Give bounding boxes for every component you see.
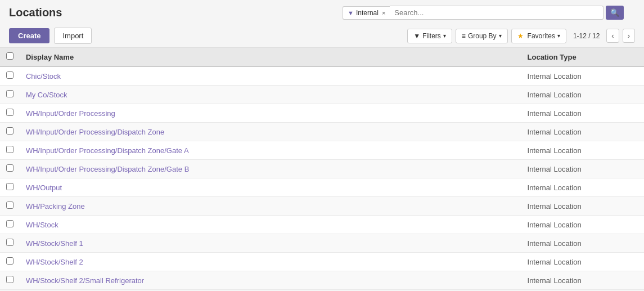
page-header: Locations ▼ Internal × 🔍: [0, 0, 644, 24]
table-row: My Co/StockInternal Location: [0, 86, 644, 104]
row-location-type: Internal Location: [522, 141, 644, 160]
row-checkbox[interactable]: [6, 276, 13, 283]
row-checkbox[interactable]: [6, 183, 13, 190]
import-button[interactable]: Import: [54, 28, 92, 44]
table-header: Display Name Location Type: [0, 48, 644, 66]
row-checkbox-cell: [0, 66, 20, 86]
location-link[interactable]: WH/Output: [26, 183, 62, 192]
row-display-name[interactable]: My Co/Stock: [20, 86, 522, 104]
filters-button[interactable]: ▼ Filters: [407, 29, 452, 43]
search-button[interactable]: 🔍: [606, 6, 624, 20]
row-display-name[interactable]: WH/Stock/Shelf 2/Small Refrigerator: [20, 271, 522, 290]
row-location-type: Internal Location: [522, 253, 644, 271]
groupby-button[interactable]: ≡ Group By: [456, 29, 508, 43]
toolbar-left: Create Import: [9, 28, 92, 44]
row-display-name[interactable]: WH/Packing Zone: [20, 197, 522, 216]
filter-icon: ▼: [348, 10, 354, 16]
row-location-type: Internal Location: [522, 216, 644, 234]
row-display-name[interactable]: WH/Stock: [20, 216, 522, 234]
col-header-display-name: Display Name: [20, 48, 522, 66]
location-link[interactable]: WH/Stock/Shelf 2/Small Refrigerator: [26, 276, 144, 285]
row-location-type: Internal Location: [522, 66, 644, 86]
remove-filter-button[interactable]: ×: [382, 10, 385, 16]
groupby-label: Group By: [468, 32, 497, 40]
select-all-checkbox-header[interactable]: [0, 48, 20, 66]
table-row: WH/Input/Order Processing/Dispatch Zone/…: [0, 160, 644, 178]
row-checkbox-cell: [0, 253, 20, 271]
search-input[interactable]: [394, 8, 598, 17]
table-row: WH/Stock/Shelf 1Internal Location: [0, 234, 644, 253]
location-link[interactable]: WH/Input/Order Processing: [26, 109, 115, 118]
row-checkbox[interactable]: [6, 90, 13, 97]
next-page-button[interactable]: ›: [623, 29, 635, 43]
row-checkbox[interactable]: [6, 220, 13, 227]
toolbar: Create Import ▼ Filters ≡ Group By Favor…: [0, 24, 644, 48]
row-location-type: Internal Location: [522, 178, 644, 197]
row-location-type: Internal Location: [522, 234, 644, 253]
row-display-name[interactable]: WH/Stock/Shelf 2: [20, 253, 522, 271]
location-link[interactable]: WH/Stock/Shelf 2: [26, 258, 83, 266]
row-checkbox[interactable]: [6, 257, 13, 265]
location-link[interactable]: WH/Stock/Shelf 1: [26, 239, 83, 248]
page-title: Locations: [9, 6, 62, 19]
prev-page-button[interactable]: ‹: [606, 29, 619, 43]
location-link[interactable]: WH/Stock: [26, 221, 58, 229]
location-link[interactable]: WH/Packing Zone: [26, 202, 85, 211]
table-row: Chic/StockInternal Location: [0, 66, 644, 86]
table-row: WH/Packing ZoneInternal Location: [0, 197, 644, 216]
row-checkbox[interactable]: [6, 202, 13, 209]
select-all-checkbox[interactable]: [6, 52, 13, 60]
row-location-type: Internal Location: [522, 86, 644, 104]
table-row: WH/Stock/Shelf 2Internal Location: [0, 253, 644, 271]
location-link[interactable]: WH/Input/Order Processing/Dispatch Zone/…: [26, 165, 189, 173]
row-checkbox[interactable]: [6, 146, 13, 153]
row-display-name[interactable]: WH/Input/Order Processing/Dispatch Zone: [20, 123, 522, 141]
row-checkbox-cell: [0, 234, 20, 253]
row-checkbox-cell: [0, 123, 20, 141]
location-link[interactable]: Chic/Stock: [26, 72, 61, 80]
search-input-wrap: [390, 6, 604, 20]
row-checkbox[interactable]: [6, 164, 13, 172]
location-link[interactable]: WH/Input/Order Processing/Dispatch Zone: [26, 128, 164, 136]
filters-label: Filters: [422, 32, 441, 40]
location-link[interactable]: My Co/Stock: [26, 91, 67, 99]
row-checkbox-cell: [0, 178, 20, 197]
row-display-name[interactable]: WH/Input/Order Processing/Dispatch Zone/…: [20, 141, 522, 160]
row-display-name[interactable]: WH/Input/Order Processing/Dispatch Zone/…: [20, 160, 522, 178]
star-icon: [517, 32, 525, 40]
row-checkbox[interactable]: [6, 127, 13, 135]
row-display-name[interactable]: WH/Stock/Shelf 1: [20, 234, 522, 253]
groupby-icon: ≡: [462, 32, 466, 40]
table-row: WH/OutputInternal Location: [0, 178, 644, 197]
row-checkbox-cell: [0, 104, 20, 123]
col-header-location-type: Location Type: [522, 48, 644, 66]
table-row: WH/Input/Order ProcessingInternal Locati…: [0, 104, 644, 123]
row-checkbox[interactable]: [6, 109, 13, 116]
filter-tag-text: Internal: [356, 9, 379, 17]
locations-table: Display Name Location Type Chic/StockInt…: [0, 48, 644, 290]
row-display-name[interactable]: WH/Output: [20, 178, 522, 197]
row-location-type: Internal Location: [522, 104, 644, 123]
filter-tag: ▼ Internal ×: [343, 6, 390, 20]
row-checkbox-cell: [0, 271, 20, 290]
favorites-button[interactable]: Favorites: [511, 29, 566, 43]
row-display-name[interactable]: WH/Input/Order Processing: [20, 104, 522, 123]
location-link[interactable]: WH/Input/Order Processing/Dispatch Zone/…: [26, 146, 189, 155]
row-display-name[interactable]: Chic/Stock: [20, 66, 522, 86]
row-location-type: Internal Location: [522, 160, 644, 178]
table-row: WH/Stock/Shelf 2/Small RefrigeratorInter…: [0, 271, 644, 290]
create-button[interactable]: Create: [9, 28, 49, 43]
row-location-type: Internal Location: [522, 197, 644, 216]
row-checkbox[interactable]: [6, 239, 13, 246]
table-body: Chic/StockInternal LocationMy Co/StockIn…: [0, 66, 644, 290]
toolbar-right: ▼ Filters ≡ Group By Favorites 1-12 / 12…: [407, 29, 635, 43]
table-row: WH/Input/Order Processing/Dispatch ZoneI…: [0, 123, 644, 141]
row-checkbox-cell: [0, 197, 20, 216]
table-row: WH/StockInternal Location: [0, 216, 644, 234]
filter-icon-small: ▼: [413, 32, 420, 40]
pagination-info: 1-12 / 12: [573, 32, 600, 40]
row-checkbox[interactable]: [6, 71, 13, 79]
row-location-type: Internal Location: [522, 123, 644, 141]
favorites-label: Favorites: [528, 32, 555, 40]
search-bar: ▼ Internal × 🔍: [343, 6, 624, 20]
